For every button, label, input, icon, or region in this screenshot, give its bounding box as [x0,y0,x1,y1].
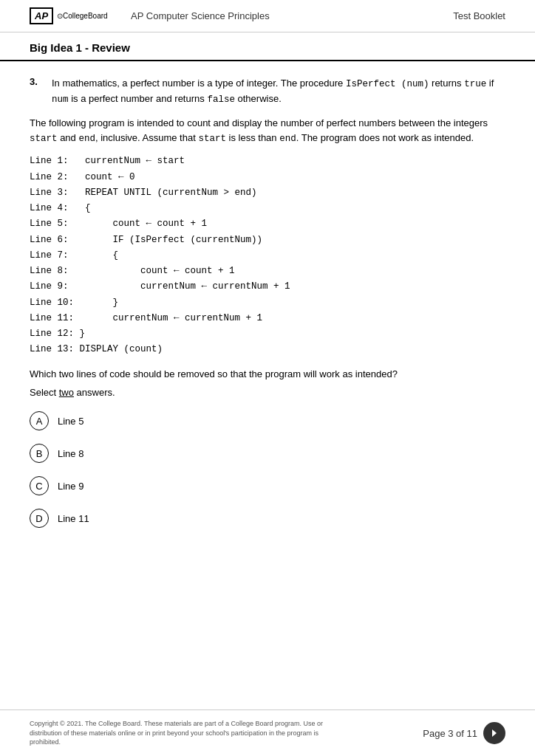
num-keyword: num [52,94,69,105]
end-kw2: end [279,134,296,144]
question-prompt: Which two lines of code should be remove… [30,367,505,382]
answer-option-a[interactable]: A Line 5 [30,411,505,430]
question-number: 3. [30,76,44,107]
option-label-c: Line 9 [58,481,84,492]
page-indicator: Page 3 of 11 [423,728,477,739]
header-title: AP Computer Science Principles [131,10,453,21]
option-circle-d[interactable]: D [30,509,49,528]
option-circle-a[interactable]: A [30,411,49,430]
copyright-text: Copyright © 2021. The College Board. The… [30,719,325,747]
option-label-d: Line 11 [58,513,89,524]
end-kw1: end [78,134,95,144]
option-label-b: Line 8 [58,448,84,459]
select-instruction: Select two answers. [30,387,505,398]
procedure-code: IsPerfect (num) [346,79,429,89]
start-kw2: start [198,134,226,144]
main-content: 3. In mathematics, a perfect number is a… [0,61,535,556]
option-label-a: Line 5 [58,416,84,427]
code-block: Line 1: currentNum ← start Line 2: count… [30,154,505,357]
question-intro-text: In mathematics, a perfect number is a ty… [52,76,505,107]
ap-logo: AP [30,7,53,24]
option-circle-c[interactable]: C [30,476,49,495]
answer-option-c[interactable]: C Line 9 [30,476,505,495]
false-keyword: false [207,94,235,105]
page-footer: Copyright © 2021. The College Board. The… [0,709,535,756]
next-page-button[interactable] [483,722,505,744]
section-heading: Big Idea 1 - Review [0,32,535,61]
option-circle-b[interactable]: B [30,444,49,463]
start-kw1: start [30,134,58,144]
question-block: 3. In mathematics, a perfect number is a… [30,76,505,107]
footer-nav: Page 3 of 11 [423,722,505,744]
underline-two: two [59,387,74,398]
program-description: The following program is intended to cou… [30,116,505,147]
collegeboard-logo: ⊙CollegeBoard [57,9,116,24]
arrow-right-icon [489,728,500,738]
page-header: AP ⊙CollegeBoard AP Computer Science Pri… [0,0,535,32]
header-right: Test Booklet [453,10,505,21]
answer-option-b[interactable]: B Line 8 [30,444,505,463]
true-keyword: true [464,79,486,89]
answer-option-d[interactable]: D Line 11 [30,509,505,528]
svg-marker-1 [492,729,497,737]
svg-text:⊙CollegeBoard: ⊙CollegeBoard [57,12,108,20]
